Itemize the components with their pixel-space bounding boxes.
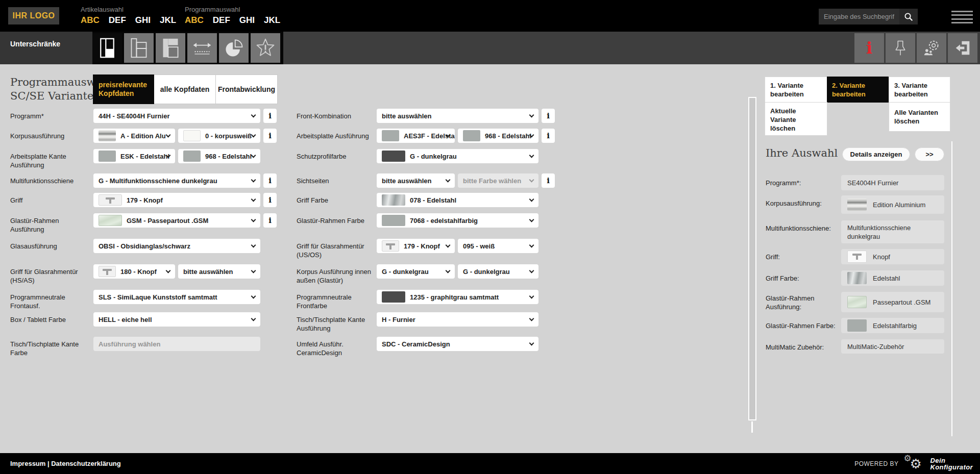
- info-button[interactable]: i: [542, 173, 555, 188]
- pin-icon: [891, 38, 910, 58]
- chevron-down-icon: [166, 268, 171, 273]
- info-button[interactable]: i: [263, 193, 277, 207]
- search-input[interactable]: [824, 13, 894, 20]
- scrollbar-thumb[interactable]: [748, 97, 756, 420]
- info-button[interactable]: i: [263, 109, 277, 123]
- article-nav-abc[interactable]: ABC: [81, 15, 100, 26]
- select-korpus-innen[interactable]: G - dunkelgrau: [377, 264, 455, 279]
- select-griff-glasrahmentuer-us[interactable]: 179 - Knopf: [377, 239, 455, 253]
- select-schutzprofilfarbe[interactable]: G - dunkelgrau: [377, 149, 538, 163]
- program-nav-ghi[interactable]: GHI: [239, 15, 255, 26]
- article-nav-ghi[interactable]: GHI: [135, 15, 151, 26]
- program-nav-jkl[interactable]: JKL: [264, 15, 280, 26]
- star-alert-icon[interactable]: [251, 33, 280, 63]
- tab-frontabwicklung[interactable]: Frontabwicklung: [216, 74, 278, 104]
- settings-users-button[interactable]: [917, 33, 946, 63]
- tab-alle-kopfdaten[interactable]: alle Kopfdaten: [154, 74, 216, 104]
- logout-icon: [952, 38, 973, 58]
- select-griff-glasrahmentuer-us-farbe[interactable]: 095 - weiß: [458, 239, 538, 253]
- category-toolbar: Unterschränke: [0, 32, 980, 64]
- select-glastuer-rahmen-farbe[interactable]: 7068 - edelstahlfarbig: [377, 213, 538, 228]
- pie-chart-icon[interactable]: [219, 33, 249, 63]
- select-glastuer-rahmen[interactable]: GSM - Passepartout .GSM: [93, 213, 260, 228]
- article-nav-jkl[interactable]: JKL: [160, 15, 176, 26]
- pin-button[interactable]: [886, 33, 915, 63]
- program-nav-def[interactable]: DEF: [213, 15, 230, 26]
- info-button[interactable]: i: [263, 173, 277, 188]
- show-details-button[interactable]: Details anzeigen: [842, 147, 910, 161]
- select-griff-glasrahmentuer-hs-farbe[interactable]: bitte auswählen: [178, 264, 260, 279]
- info-button-toolbar[interactable]: i: [854, 33, 884, 63]
- tab-preisrelevante-kopfdaten[interactable]: preisrelevante Kopfdaten: [93, 74, 154, 104]
- form-row-programm: Programm* 44H - SE4004H Furnier i: [10, 109, 290, 123]
- select-glasausfuehrung[interactable]: OBSI - Obsidianglas/schwarz: [93, 239, 260, 253]
- swatch-knopf: [382, 240, 399, 252]
- select-korpus-aussen[interactable]: G - dunkelgrau: [458, 264, 538, 279]
- chevron-down-icon: [251, 316, 256, 321]
- select-box-tablett-farbe[interactable]: HELL - eiche hell: [93, 312, 260, 327]
- select-korpusfarbe[interactable]: 0 - korpusweiß: [178, 129, 260, 143]
- info-button[interactable]: i: [542, 129, 555, 143]
- select-griff[interactable]: 179 - Knopf: [93, 193, 260, 207]
- select-multifunktionsschiene[interactable]: G - Multifunktionsschiene dunkelgrau: [93, 173, 260, 188]
- form-row-programmneutrale-frontausf: Programmneutrale Frontausf. SLS - SimiLa…: [10, 290, 290, 304]
- menu-button[interactable]: [951, 11, 973, 23]
- field-label: Front-Kombination: [297, 112, 374, 120]
- form-row-korpusausfuehrung: Korpusausführung A - Edition Alu 0 - kor…: [10, 129, 290, 143]
- select-arbeitsplatte-ausfuehrung[interactable]: AES3F - Edelstahl: [377, 129, 455, 143]
- search-button[interactable]: [899, 9, 918, 24]
- swatch-knopf: [99, 194, 122, 206]
- chevron-down-icon: [251, 294, 256, 299]
- cabinet-shelf-icon[interactable]: [124, 33, 154, 63]
- summary-value: Knopf: [841, 249, 944, 264]
- variant-3-button[interactable]: 3. Variante bearbeiten: [889, 77, 950, 103]
- view-tiles: [92, 32, 283, 64]
- chevron-down-icon: [446, 268, 451, 273]
- select-umfeld-ceramicdesign[interactable]: SDC - CeramicDesign: [377, 337, 538, 351]
- select-griff-glasrahmentuer-hs[interactable]: 180 - Knopf: [93, 264, 175, 279]
- gears-logo-icon: ⚙⚙: [903, 455, 925, 472]
- select-griff-farbe[interactable]: 078 - Edelstahl: [377, 193, 538, 207]
- summary-value: MultiMatic-Zubehör: [841, 339, 944, 354]
- scrollbar-track: [751, 421, 753, 433]
- select-front-kombination[interactable]: bitte auswählen: [377, 109, 538, 123]
- select-programm[interactable]: 44H - SE4004H Furnier: [93, 109, 260, 123]
- form-row-griff-farbe: Griff Farbe 078 - Edelstahl: [297, 193, 582, 207]
- legal-links[interactable]: Impressum | Datenschutzerklärung: [10, 460, 121, 467]
- cabinet-selected-icon[interactable]: [92, 33, 122, 63]
- collapse-panel-button[interactable]: >>: [915, 147, 944, 161]
- select-arbeitsplatte-farbe[interactable]: 968 - Edelstahl: [458, 129, 538, 143]
- program-nav-abc[interactable]: ABC: [185, 15, 204, 26]
- swatch-edelstahl-metallic: [382, 194, 405, 206]
- field-label: Box / Tablett Farbe: [10, 315, 88, 324]
- article-nav-def[interactable]: DEF: [109, 15, 126, 26]
- chevron-down-icon: [446, 178, 451, 183]
- search-icon: [903, 11, 914, 22]
- info-button[interactable]: i: [263, 213, 277, 228]
- select-arbeitsplatte-kante[interactable]: ESK - Edelstahl: [93, 149, 175, 163]
- chevron-down-icon: [529, 341, 534, 346]
- field-label: Tisch/Tischplatte Kante Ausführung: [297, 315, 374, 333]
- action-tiles: i: [854, 33, 977, 63]
- logout-button[interactable]: [948, 33, 977, 63]
- field-label: Korpusausführung: [10, 132, 88, 140]
- variant-1-button[interactable]: 1. Variante bearbeiten: [765, 77, 827, 103]
- field-label: Glasausführung: [10, 242, 88, 251]
- form-row-glasausfuehrung: Glasausführung OBSI - Obsidianglas/schwa…: [10, 239, 290, 253]
- info-button[interactable]: i: [263, 129, 277, 143]
- select-programmneutrale-frontfarbe[interactable]: 1235 - graphitgrau samtmatt: [377, 290, 538, 304]
- select-korpusausfuehrung[interactable]: A - Edition Alu: [93, 129, 175, 143]
- select-tischplatte-kante-ausfuehrung[interactable]: H - Furnier: [377, 312, 538, 327]
- select-sichtseiten[interactable]: bitte auswählen: [377, 173, 455, 188]
- info-button[interactable]: i: [542, 109, 555, 123]
- variant-2-button[interactable]: 2. Variante bearbeiten: [827, 77, 889, 103]
- cabinet-drawer-icon[interactable]: [156, 33, 185, 63]
- search-box: [819, 9, 899, 24]
- select-programmneutrale-frontausf[interactable]: SLS - SimiLaque Kunststoff samtmatt: [93, 290, 260, 304]
- select-arbeitsplatte-kante-farbe[interactable]: 968 - Edelstahl: [178, 149, 260, 163]
- brand-logo: Dein Konfigurator: [930, 457, 973, 470]
- delete-current-variant-button[interactable]: Aktuelle Variante löschen: [765, 102, 827, 136]
- ruler-icon[interactable]: [187, 33, 217, 63]
- delete-all-variants-button[interactable]: Alle Varianten löschen: [889, 102, 950, 132]
- chevron-down-icon: [251, 197, 256, 202]
